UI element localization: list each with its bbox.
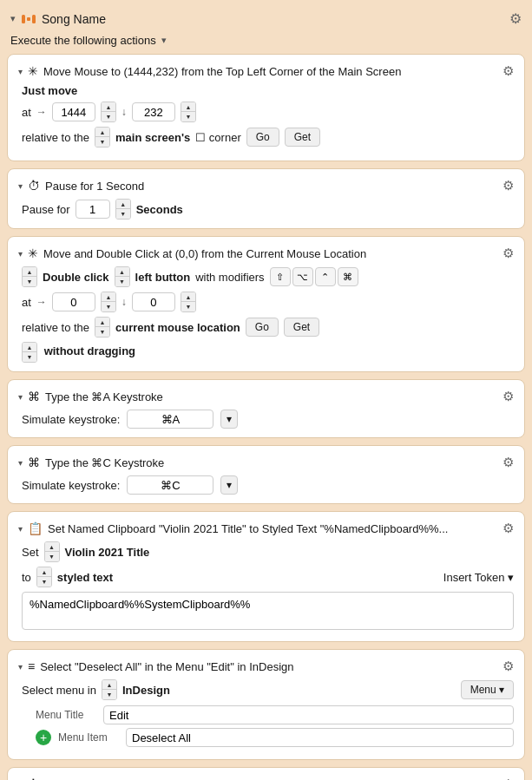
card-chevron-4[interactable]: ▾ <box>18 392 23 402</box>
y-input-3[interactable] <box>132 292 175 311</box>
modifier-cmd[interactable]: ⌘ <box>338 267 358 286</box>
card-gear-button-5[interactable]: ⚙ <box>502 455 514 470</box>
cursor-icon: ✳ <box>28 64 38 78</box>
y-stepper-1[interactable]: ▲ ▼ <box>181 102 196 122</box>
modifier-ctrl[interactable]: ⌃ <box>315 267 336 286</box>
clipboard-name-stepper-up[interactable]: ▲ <box>45 542 59 552</box>
y-input-1[interactable] <box>132 102 175 121</box>
card-title-1: Move Mouse to (1444,232) from the Top Le… <box>43 65 401 78</box>
card-gear-button-4[interactable]: ⚙ <box>502 389 514 404</box>
menu-title-row: Menu Title <box>22 705 514 724</box>
x-input-1[interactable] <box>52 102 95 121</box>
execute-chevron-icon[interactable]: ▾ <box>161 35 167 46</box>
go-button-3[interactable]: Go <box>246 318 279 337</box>
clipboard-type-stepper-down[interactable]: ▼ <box>37 577 51 587</box>
keystroke-dropdown-2[interactable]: ▾ <box>220 475 238 495</box>
menu-app-stepper-down[interactable]: ▼ <box>102 690 116 699</box>
keystroke-input-2[interactable] <box>127 475 213 495</box>
menu-title-input[interactable] <box>103 705 514 724</box>
click-type-down[interactable]: ▼ <box>23 277 36 286</box>
clipboard-icon: 📋 <box>28 521 43 535</box>
menu-app-stepper-up[interactable]: ▲ <box>102 680 116 690</box>
y-stepper-up-1[interactable]: ▲ <box>181 102 195 112</box>
menu-app-stepper[interactable]: ▲ ▼ <box>102 679 117 700</box>
card-title-2: Pause for 1 Second <box>45 180 144 193</box>
clipboard-name-stepper[interactable]: ▲ ▼ <box>44 541 60 562</box>
menu-item-label: Menu Item <box>58 731 119 744</box>
card-body-2: Pause for ▲ ▼ Seconds <box>18 199 514 220</box>
get-button-1[interactable]: Get <box>285 128 320 147</box>
card-chevron-5[interactable]: ▾ <box>18 458 23 468</box>
action-card-keystroke-c: ▾ ⌘ Type the ⌘C Keystroke ⚙ Simulate key… <box>7 445 525 504</box>
clipboard-type-stepper[interactable]: ▲ ▼ <box>36 567 52 587</box>
card-gear-button-8[interactable]: ⚙ <box>502 777 514 780</box>
dragging-stepper-down[interactable]: ▼ <box>23 352 36 362</box>
y-stepper-3[interactable]: ▲ ▼ <box>181 292 196 312</box>
add-menu-item-button[interactable]: + <box>36 730 51 745</box>
card-gear-button-3[interactable]: ⚙ <box>502 246 514 261</box>
x-stepper-down-3[interactable]: ▼ <box>102 302 115 311</box>
keystroke-row-2: Simulate keystroke: ▾ <box>22 475 514 495</box>
card-gear-button-6[interactable]: ⚙ <box>502 521 514 536</box>
modifier-alt[interactable]: ⌥ <box>292 267 313 286</box>
app-chevron-icon[interactable]: ▾ <box>10 13 16 24</box>
clipboard-textarea[interactable]: %NamedClipboard%%SystemClipboard%% <box>22 592 514 630</box>
card-body-7: Select menu in ▲ ▼ InDesign Menu ▾ Menu … <box>18 679 514 747</box>
pause-stepper-1[interactable]: ▲ ▼ <box>115 199 131 220</box>
relative-stepper-3[interactable]: ▲ ▼ <box>95 317 110 338</box>
button-type-up[interactable]: ▲ <box>115 267 129 277</box>
card-chevron-6[interactable]: ▾ <box>18 524 23 534</box>
y-stepper-down-1[interactable]: ▼ <box>181 112 195 121</box>
relative-stepper-1[interactable]: ▲ ▼ <box>95 127 110 147</box>
x-stepper-up-3[interactable]: ▲ <box>102 292 115 302</box>
button-type-down[interactable]: ▼ <box>115 277 129 286</box>
card-chevron-3[interactable]: ▾ <box>18 249 23 259</box>
relative-stepper-up-3[interactable]: ▲ <box>95 318 109 327</box>
clipboard-type-stepper-up[interactable]: ▲ <box>37 567 51 577</box>
clipboard-name-stepper-down[interactable]: ▼ <box>45 552 59 561</box>
pause-input-1[interactable] <box>76 200 110 219</box>
dragging-stepper-up[interactable]: ▲ <box>23 343 36 352</box>
x-input-3[interactable] <box>52 292 95 311</box>
x-stepper-down-1[interactable]: ▼ <box>102 112 115 121</box>
action-card-pause-1: ▾ ⏱ Pause for 1 Second ⚙ Pause for ▲ ▼ S… <box>7 168 525 229</box>
y-stepper-down-3[interactable]: ▼ <box>181 302 195 311</box>
x-stepper-1[interactable]: ▲ ▼ <box>101 102 116 122</box>
button-type-stepper[interactable]: ▲ ▼ <box>115 266 130 287</box>
click-type-up[interactable]: ▲ <box>23 267 36 277</box>
x-stepper-3[interactable]: ▲ ▼ <box>101 292 116 312</box>
x-stepper-up-1[interactable]: ▲ <box>102 102 115 112</box>
pause-stepper-up-1[interactable]: ▲ <box>116 200 130 209</box>
app-container: ▾ Song Name ⚙ Execute the following acti… <box>0 0 532 780</box>
menu-item-input[interactable] <box>126 728 514 747</box>
app-gear-button[interactable]: ⚙ <box>509 10 522 27</box>
relative-stepper-down-3[interactable]: ▼ <box>95 327 109 337</box>
x-arrow-1: → <box>36 106 47 118</box>
click-type-stepper[interactable]: ▲ ▼ <box>22 266 37 287</box>
card-gear-button-7[interactable]: ⚙ <box>502 659 514 674</box>
card-gear-button-2[interactable]: ⚙ <box>502 178 514 193</box>
keystroke-dropdown-1[interactable]: ▾ <box>220 410 238 429</box>
go-button-1[interactable]: Go <box>246 128 279 147</box>
y-stepper-up-3[interactable]: ▲ <box>181 292 195 302</box>
action-card-menu-select: ▾ ≡ Select "Deselect All" in the Menu "E… <box>7 649 525 760</box>
card-chevron-1[interactable]: ▾ <box>18 67 23 76</box>
menu-dropdown-button[interactable]: Menu ▾ <box>461 680 514 699</box>
card-chevron-2[interactable]: ▾ <box>18 181 23 191</box>
menu-app-value: InDesign <box>122 684 170 697</box>
dragging-stepper[interactable]: ▲ ▼ <box>22 342 37 363</box>
keystroke-input-1[interactable] <box>127 410 213 429</box>
card-header-8: ▾ ⏱ Pause for 1 Second ⚙ <box>18 777 514 780</box>
y-arrow-1: ↓ <box>122 106 127 118</box>
card-chevron-7[interactable]: ▾ <box>18 662 23 672</box>
card-title-5: Type the ⌘C Keystroke <box>45 456 164 469</box>
card-gear-button-1[interactable]: ⚙ <box>502 63 514 79</box>
insert-token-button[interactable]: Insert Token ▾ <box>443 571 514 584</box>
relative-stepper-up-1[interactable]: ▲ <box>95 128 109 137</box>
without-dragging-label: ▲ ▼ without dragging <box>22 342 514 363</box>
relative-stepper-down-1[interactable]: ▼ <box>95 137 109 147</box>
action-card-double-click: ▾ ✳ Move and Double Click at (0,0) from … <box>7 236 525 372</box>
pause-stepper-down-1[interactable]: ▼ <box>116 209 130 219</box>
get-button-3[interactable]: Get <box>284 318 319 337</box>
modifier-shift[interactable]: ⇧ <box>270 267 291 286</box>
